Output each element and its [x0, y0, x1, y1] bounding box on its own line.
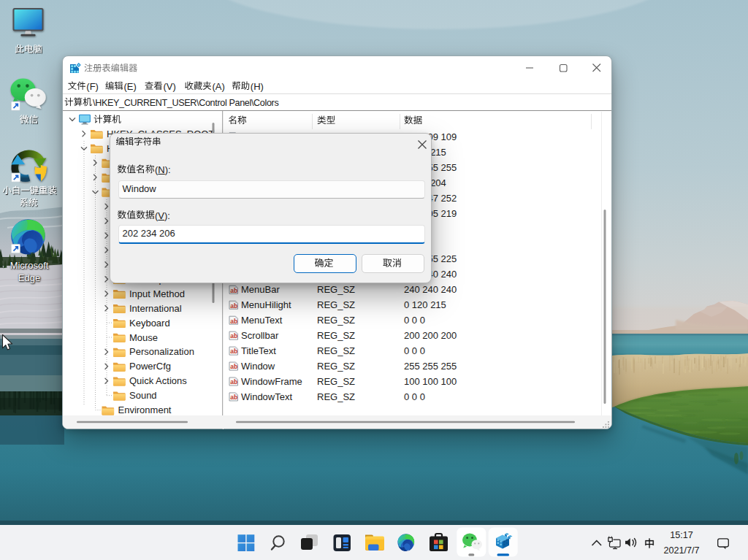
svg-text:REG_SZ: REG_SZ: [317, 330, 355, 341]
svg-text:0 0 0: 0 0 0: [404, 315, 425, 326]
svg-text:ab: ab: [230, 348, 237, 355]
svg-text:Mouse: Mouse: [129, 332, 158, 343]
svg-text:100 100 100: 100 100 100: [404, 376, 457, 387]
svg-text:0 120 215: 0 120 215: [404, 299, 446, 310]
svg-text:Scrollbar: Scrollbar: [241, 330, 279, 341]
svg-text:International: International: [129, 303, 182, 314]
svg-text:0 0 0: 0 0 0: [404, 391, 425, 402]
svg-text:MenuBar: MenuBar: [241, 284, 280, 295]
svg-text:Sound: Sound: [129, 390, 157, 401]
svg-text:ab: ab: [230, 378, 237, 386]
svg-text:255 255 255: 255 255 255: [404, 361, 457, 372]
svg-text:WindowText: WindowText: [241, 391, 292, 402]
svg-text:MenuText: MenuText: [241, 315, 283, 326]
svg-text:Keyboard: Keyboard: [129, 318, 170, 329]
svg-text:240 240 240: 240 240 240: [404, 284, 457, 295]
svg-text:MenuHilight: MenuHilight: [241, 299, 291, 310]
svg-text:REG_SZ: REG_SZ: [317, 284, 355, 295]
svg-text:ab: ab: [230, 287, 237, 294]
svg-text:REG_SZ: REG_SZ: [317, 391, 355, 402]
svg-text:ab: ab: [230, 332, 237, 340]
svg-text:Input Method: Input Method: [129, 288, 185, 299]
svg-text:Quick Actions: Quick Actions: [129, 375, 187, 386]
svg-text:ab: ab: [230, 302, 237, 310]
svg-text:ab: ab: [230, 394, 237, 401]
svg-text:REG_SZ: REG_SZ: [317, 299, 355, 310]
svg-text:Personalization: Personalization: [129, 346, 194, 357]
svg-text:Environment: Environment: [118, 404, 172, 415]
svg-text:PowerCfg: PowerCfg: [129, 361, 171, 372]
svg-text:Window: Window: [241, 361, 275, 372]
svg-text:REG_SZ: REG_SZ: [317, 376, 355, 387]
svg-text:REG_SZ: REG_SZ: [317, 345, 355, 356]
svg-text:ab: ab: [230, 318, 237, 325]
svg-text:REG_SZ: REG_SZ: [317, 315, 355, 326]
svg-text:WindowFrame: WindowFrame: [241, 376, 302, 387]
svg-text:200 200 200: 200 200 200: [404, 330, 457, 341]
svg-text:0 0 0: 0 0 0: [404, 345, 425, 356]
svg-text:ab: ab: [230, 363, 237, 370]
svg-text:REG_SZ: REG_SZ: [317, 361, 355, 372]
svg-text:TitleText: TitleText: [241, 345, 276, 356]
